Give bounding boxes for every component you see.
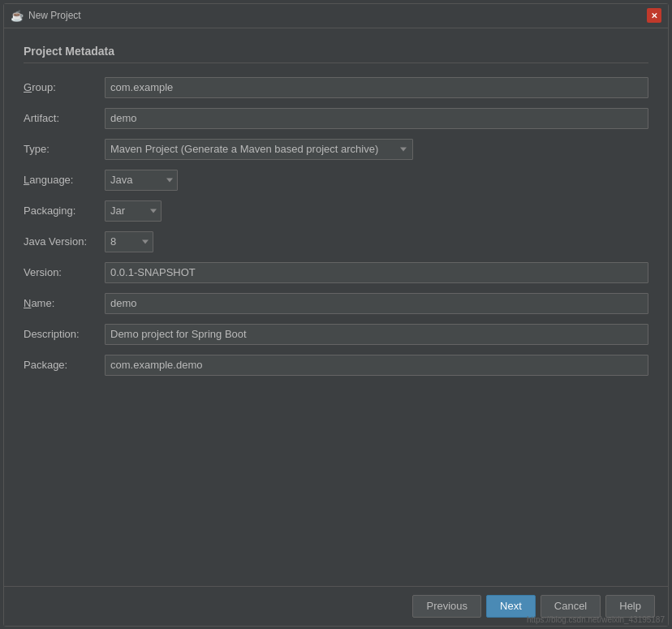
group-row: Group: (24, 76, 648, 99)
version-label: Version: (24, 266, 105, 278)
package-row: Package: (24, 354, 648, 377)
next-button[interactable]: Next (486, 595, 536, 618)
language-label: Language: (24, 174, 105, 186)
section-title: Project Metadata (24, 45, 648, 63)
artifact-row: Artifact: (24, 107, 648, 130)
name-row: Name: (24, 292, 648, 315)
name-label: Name: (24, 297, 105, 309)
java-version-label: Java Version: (24, 235, 105, 248)
type-select[interactable]: Maven Project (Generate a Maven based pr… (105, 139, 413, 160)
group-label: Group: (24, 81, 105, 93)
package-label: Package: (24, 359, 105, 371)
close-button[interactable]: ✕ (647, 8, 661, 23)
packaging-select-wrapper: Jar War (105, 200, 162, 222)
help-button[interactable]: Help (605, 595, 655, 618)
packaging-select[interactable]: Jar War (105, 200, 162, 222)
group-label-text: Group: (24, 81, 56, 93)
name-input[interactable] (105, 293, 648, 314)
description-input[interactable] (105, 324, 648, 345)
java-version-select-wrapper: 8 11 17 (105, 231, 153, 252)
type-select-wrapper: Maven Project (Generate a Maven based pr… (105, 139, 413, 160)
window-title: New Project (28, 10, 81, 21)
version-input[interactable] (105, 262, 648, 283)
title-bar-left: ☕ New Project (11, 9, 81, 22)
packaging-row: Packaging: Jar War (24, 200, 648, 222)
window-icon: ☕ (11, 9, 24, 22)
artifact-input[interactable] (105, 108, 648, 129)
content-area: Project Metadata Group: Artifact: Type: … (4, 28, 668, 586)
java-version-select[interactable]: 8 11 17 (105, 231, 153, 252)
language-row: Language: Java Kotlin Groovy (24, 169, 648, 192)
watermark: https://blog.csdn.net/weixin_43195187 (527, 615, 665, 624)
java-version-row: Java Version: 8 11 17 (24, 230, 648, 253)
title-bar: ☕ New Project ✕ (4, 4, 668, 28)
language-select[interactable]: Java Kotlin Groovy (105, 170, 178, 191)
type-label: Type: (24, 143, 105, 155)
artifact-label: Artifact: (24, 112, 105, 124)
package-input[interactable] (105, 355, 648, 376)
packaging-label: Packaging: (24, 205, 105, 217)
cancel-button[interactable]: Cancel (541, 595, 601, 618)
new-project-window: ☕ New Project ✕ Project Metadata Group: … (3, 3, 669, 627)
form-grid: Group: Artifact: Type: Maven Project (Ge… (24, 76, 648, 385)
description-label: Description: (24, 328, 105, 340)
language-select-wrapper: Java Kotlin Groovy (105, 170, 178, 191)
version-row: Version: (24, 261, 648, 284)
type-row: Type: Maven Project (Generate a Maven ba… (24, 138, 648, 161)
group-input[interactable] (105, 77, 648, 98)
description-row: Description: (24, 323, 648, 346)
previous-button[interactable]: Previous (412, 595, 481, 618)
